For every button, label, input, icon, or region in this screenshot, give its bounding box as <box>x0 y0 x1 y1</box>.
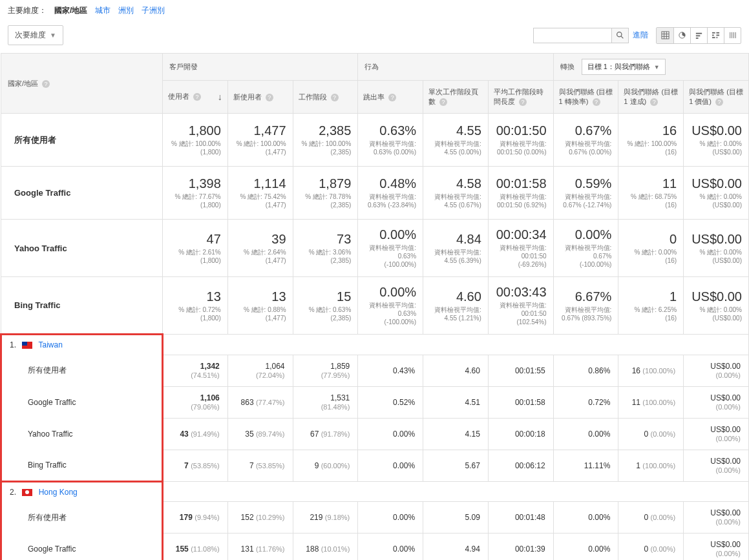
cell-pages: 4.55資料檢視平均值: 4.55 (0.00%) <box>423 114 489 167</box>
view-mode-group <box>656 27 741 44</box>
cell-goal-val: US$0.00 (0.00%) <box>684 418 749 450</box>
report-table: 國家/地區 ? 客戶開發 行為 轉換 目標 1：與我們聯絡 ▼ 使用者 ?↓ 新… <box>0 53 749 560</box>
cell-duration: 00:01:48 <box>488 502 553 534</box>
help-icon[interactable]: ? <box>519 98 527 106</box>
help-icon[interactable]: ? <box>42 80 50 88</box>
secondary-dimension-dropdown[interactable]: 次要維度 ▼ <box>8 25 63 45</box>
country-header-row: 2. Hong Kong <box>1 481 749 502</box>
summary-row: Google Traffic 1,398% 總計: 77.67% (1,800)… <box>1 167 749 220</box>
col-goal-value[interactable]: 與我們聯絡 (目標 1 價值) ? <box>684 81 749 114</box>
colgroup-behavior: 行為 <box>358 54 553 81</box>
svg-rect-12 <box>716 32 719 34</box>
view-table-icon[interactable] <box>657 28 673 43</box>
colgroup-acquisition: 客戶開發 <box>163 54 358 81</box>
cell-goal-comp: 16 (100.00%) <box>618 355 684 386</box>
tab-country[interactable]: 國家/地區 <box>54 5 87 16</box>
segment-label: Yahoo Traffic <box>1 220 163 277</box>
cell-goal-rate: 0.86% <box>553 355 618 386</box>
col-avg-duration[interactable]: 平均工作階段時間長度 ? <box>488 81 553 114</box>
advanced-link[interactable]: 進階 <box>633 30 648 41</box>
svg-rect-14 <box>716 35 719 36</box>
cell-sessions: 67 (91.78%) <box>293 418 358 450</box>
table-row: Google Traffic 155 (11.08%) 131 (11.76%)… <box>1 534 749 561</box>
svg-rect-15 <box>712 37 715 38</box>
svg-rect-11 <box>712 32 715 34</box>
cell-pages: 5.09 <box>423 502 489 534</box>
cell-goal-comp: 16% 總計: 100.00% (16) <box>618 114 684 167</box>
cell-goal-comp: 11 (100.00%) <box>618 386 684 418</box>
help-icon[interactable]: ? <box>715 98 723 106</box>
col-goal-completions[interactable]: 與我們聯絡 (目標 1 達成) ? <box>618 81 684 114</box>
flag-icon <box>22 342 32 349</box>
segment-label: Google Traffic <box>1 534 163 561</box>
cell-sessions: 188 (10.01%) <box>293 534 358 561</box>
tab-subcontinent[interactable]: 子洲別 <box>142 5 165 16</box>
cell-new-users: 39% 總計: 2.64% (1,477) <box>227 220 293 277</box>
cell-sessions: 73% 總計: 3.06% (2,385) <box>293 220 358 277</box>
search-button[interactable] <box>611 28 628 43</box>
svg-rect-9 <box>696 36 701 37</box>
country-link[interactable]: Taiwan <box>38 340 62 349</box>
table-row: Yahoo Traffic 43 (91.49%) 35 (89.74%) 67… <box>1 418 749 450</box>
conversions-label: 轉換 <box>560 63 575 70</box>
col-bounce-rate[interactable]: 跳出率 ? <box>358 81 423 114</box>
col-new-users[interactable]: 新使用者 ? <box>227 81 293 114</box>
view-pivot-icon[interactable] <box>724 28 741 43</box>
country-cell: 1. Taiwan <box>1 335 163 355</box>
help-icon[interactable]: ? <box>266 94 273 101</box>
cell-goal-val: US$0.00 (0.00%) <box>684 386 749 418</box>
summary-row: Yahoo Traffic 47% 總計: 2.61% (1,800) 39% … <box>1 220 749 277</box>
view-pie-icon[interactable] <box>673 28 690 43</box>
tab-continent[interactable]: 洲別 <box>118 5 134 16</box>
help-icon[interactable]: ? <box>439 98 447 106</box>
col-users[interactable]: 使用者 ?↓ <box>163 81 228 114</box>
cell-goal-comp: 0 (0.00%) <box>618 534 684 561</box>
view-bar-icon[interactable] <box>690 28 707 43</box>
cell-bounce: 0.48%資料檢視平均值: 0.63% (-23.84%) <box>358 167 423 220</box>
chevron-down-icon: ▼ <box>654 64 660 70</box>
svg-rect-8 <box>696 33 702 34</box>
cell-duration: 00:01:58 <box>488 386 553 418</box>
search-icon <box>616 31 624 39</box>
cell-new-users: 13% 總計: 0.88% (1,477) <box>227 277 293 335</box>
help-icon[interactable]: ? <box>388 94 396 101</box>
cell-goal-val: US$0.00% 總計: 0.00% (US$0.00) <box>684 277 749 335</box>
segment-label: 所有使用者 <box>1 114 163 167</box>
help-icon[interactable]: ? <box>650 98 658 106</box>
view-comparison-icon[interactable] <box>707 28 724 43</box>
cell-goal-rate: 0.72% <box>553 386 618 418</box>
cell-sessions: 1,531 (81.48%) <box>293 386 358 418</box>
cell-new-users: 1,114% 總計: 75.42% (1,477) <box>227 167 293 220</box>
cell-duration: 00:01:39 <box>488 534 553 561</box>
cell-bounce: 0.43% <box>358 355 423 386</box>
help-icon[interactable]: ? <box>593 98 600 106</box>
cell-goal-rate: 0.00% <box>553 534 618 561</box>
country-link[interactable]: Hong Kong <box>39 488 78 497</box>
help-icon[interactable]: ? <box>331 94 339 101</box>
col-sessions[interactable]: 工作階段 ? <box>293 81 358 114</box>
colgroup-conversions: 轉換 目標 1：與我們聯絡 ▼ <box>553 54 748 81</box>
cell-goal-val: US$0.00 (0.00%) <box>684 355 749 386</box>
svg-rect-10 <box>696 37 699 39</box>
segment-label: Google Traffic <box>1 386 163 418</box>
svg-rect-13 <box>712 35 714 36</box>
col-pages-session[interactable]: 單次工作階段頁數 ? <box>423 81 489 114</box>
cell-pages: 5.67 <box>423 450 489 481</box>
tab-city[interactable]: 城市 <box>95 5 111 16</box>
cell-goal-rate: 6.67%資料檢視平均值: 0.67% (893.75%) <box>553 277 618 335</box>
cell-duration: 00:03:43資料檢視平均值: 00:01:50 (102.54%) <box>488 277 553 335</box>
segment-label: Bing Traffic <box>1 277 163 335</box>
cell-goal-comp: 0% 總計: 0.00% (16) <box>618 220 684 277</box>
cell-new-users: 152 (10.29%) <box>227 502 293 534</box>
controls-row: 次要維度 ▼ 進階 <box>0 21 749 53</box>
cell-goal-rate: 11.11% <box>553 450 618 481</box>
col-country[interactable]: 國家/地區 ? <box>1 54 163 114</box>
col-goal-rate[interactable]: 與我們聯絡 (目標 1 轉換率) ? <box>553 81 618 114</box>
goal-select-dropdown[interactable]: 目標 1：與我們聯絡 ▼ <box>582 59 666 75</box>
cell-goal-comp: 1% 總計: 6.25% (16) <box>618 277 684 335</box>
help-icon[interactable]: ? <box>193 93 201 101</box>
table-row: Google Traffic 1,106 (79.06%) 863 (77.47… <box>1 386 749 418</box>
svg-point-0 <box>617 32 622 37</box>
search-input[interactable] <box>534 28 611 43</box>
flag-icon <box>22 489 32 496</box>
